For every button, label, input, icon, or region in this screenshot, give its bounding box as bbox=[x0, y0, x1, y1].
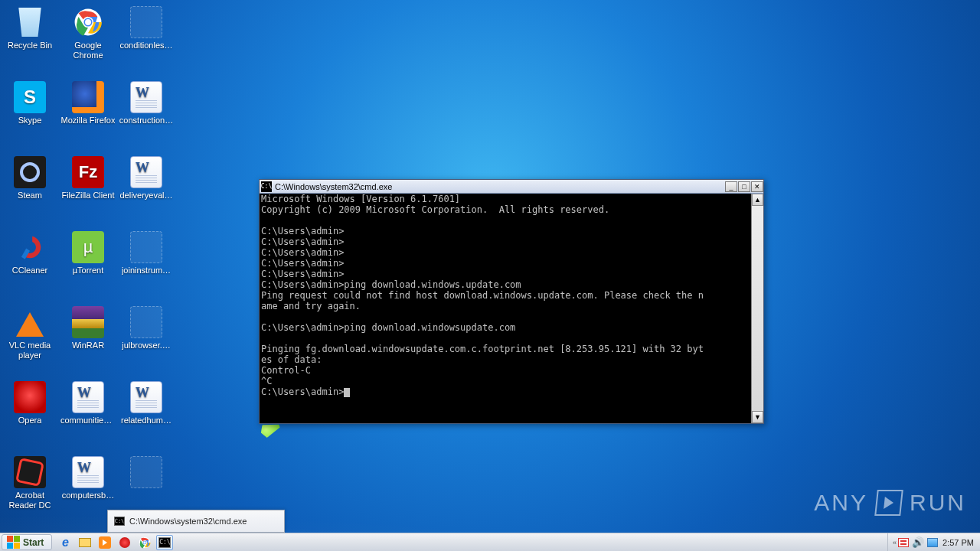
desktop-icon-blank-sc[interactable] bbox=[118, 455, 175, 492]
tray-action-center-icon[interactable] bbox=[898, 538, 909, 547]
cmd-cursor bbox=[344, 388, 350, 397]
taskbar-preview-title: C:\Windows\system32\cmd.exe bbox=[129, 517, 247, 526]
desktop-icon-acrobat[interactable]: Acrobat Reader DC bbox=[2, 455, 58, 512]
windows-logo-icon bbox=[7, 536, 20, 549]
tray-network-icon[interactable] bbox=[927, 538, 938, 547]
cmd-output[interactable]: Microsoft Windows [Version 6.1.7601] Cop… bbox=[260, 194, 751, 423]
desktop-icon-label: conditionles… bbox=[119, 41, 172, 51]
desktop-icon-label: deliveryeval… bbox=[119, 191, 172, 201]
desktop-icon-winrar[interactable]: WinRAR bbox=[60, 305, 116, 352]
tray-clock[interactable]: 2:57 PM bbox=[941, 538, 975, 547]
desktop-icon-recycle-bin[interactable]: Recycle Bin bbox=[2, 5, 58, 52]
cmd-titlebar[interactable]: C:\ C:\Windows\system32\cmd.exe _ □ ✕ bbox=[260, 180, 763, 194]
desktop-icon-label: relatedhum… bbox=[121, 416, 172, 425]
desktop-icon-label: WinRAR bbox=[72, 341, 104, 350]
minimize-button[interactable]: _ bbox=[725, 181, 737, 192]
taskbar-explorer-icon[interactable] bbox=[77, 535, 93, 550]
desktop-icon-communities[interactable]: communities… bbox=[60, 380, 116, 427]
watermark-text-b: RUN bbox=[910, 490, 966, 516]
desktop-icon-label: Acrobat Reader DC bbox=[3, 491, 57, 510]
desktop-icon-julbrowser[interactable]: julbrowser.… bbox=[118, 305, 175, 352]
desktop-icon-computersb[interactable]: computersb… bbox=[60, 455, 116, 502]
desktop-icon-label: Opera bbox=[18, 416, 42, 425]
desktop-icon-label: Google Chrome bbox=[61, 41, 115, 60]
desktop-icon-label: Steam bbox=[18, 191, 42, 201]
desktop-icon-skype[interactable]: SSkype bbox=[2, 80, 58, 127]
desktop-icon-filezilla[interactable]: FzFileZilla Client bbox=[60, 155, 116, 202]
desktop-icon-label: construction… bbox=[119, 116, 173, 126]
desktop-icon-opera[interactable]: Opera bbox=[2, 380, 58, 427]
desktop-icon-label: Mozilla Firefox bbox=[61, 116, 116, 126]
cmd-window[interactable]: C:\ C:\Windows\system32\cmd.exe _ □ ✕ Mi… bbox=[259, 179, 764, 424]
desktop-icon-label: Recycle Bin bbox=[8, 41, 52, 51]
desktop-icon-label: FileZilla Client bbox=[61, 191, 114, 201]
play-icon bbox=[874, 490, 903, 516]
desktop-icon-joininstrum[interactable]: joininstrum… bbox=[118, 230, 175, 277]
desktop-icon-label: Skype bbox=[18, 116, 42, 126]
start-button[interactable]: Start bbox=[2, 534, 52, 550]
taskbar-opera-icon[interactable] bbox=[116, 535, 133, 550]
taskbar-media-player-icon[interactable] bbox=[96, 535, 113, 550]
quick-launch: e C:\ bbox=[54, 533, 176, 551]
desktop-icon-conditionles[interactable]: conditionles… bbox=[118, 5, 175, 52]
taskbar-cmd-button[interactable]: C:\ bbox=[156, 535, 173, 550]
close-button[interactable]: ✕ bbox=[751, 181, 763, 192]
system-tray: « 🔊 2:57 PM bbox=[887, 533, 980, 551]
desktop-icon-firefox[interactable]: Mozilla Firefox bbox=[60, 80, 116, 127]
scroll-up-icon[interactable]: ▲ bbox=[752, 194, 763, 206]
taskbar[interactable]: Start e C:\ « 🔊 2:57 PM bbox=[0, 533, 980, 551]
desktop-icon-label: communities… bbox=[60, 416, 116, 425]
desktop-icon-label: VLC media player bbox=[3, 341, 57, 360]
desktop-icon-ccleaner[interactable]: CCleaner bbox=[2, 230, 58, 277]
anyrun-watermark: ANY RUN bbox=[814, 490, 966, 516]
watermark-text-a: ANY bbox=[814, 490, 868, 516]
svg-point-5 bbox=[144, 541, 146, 543]
scroll-down-icon[interactable]: ▼ bbox=[752, 411, 763, 423]
cmd-icon: C:\ bbox=[114, 517, 125, 526]
desktop-icon-deliveryeval[interactable]: deliveryeval… bbox=[118, 155, 175, 202]
tray-overflow-icon[interactable]: « bbox=[893, 539, 895, 546]
desktop-icon-label: julbrowser.… bbox=[122, 341, 171, 350]
taskbar-chrome-icon[interactable] bbox=[136, 535, 153, 550]
desktop-icon-label: computersb… bbox=[62, 491, 114, 500]
cmd-titlebar-icon: C:\ bbox=[261, 181, 272, 192]
desktop-icon-utorrent[interactable]: µµTorrent bbox=[60, 230, 116, 277]
desktop-icon-label: µTorrent bbox=[73, 266, 104, 276]
taskbar-window-preview[interactable]: C:\ C:\Windows\system32\cmd.exe bbox=[107, 510, 285, 533]
cmd-scrollbar[interactable]: ▲ ▼ bbox=[751, 194, 763, 423]
desktop-icon-label: CCleaner bbox=[12, 266, 47, 276]
maximize-button[interactable]: □ bbox=[738, 181, 750, 192]
desktop-icon-steam[interactable]: Steam bbox=[2, 155, 58, 202]
desktop-icon-construction[interactable]: construction… bbox=[118, 80, 175, 127]
taskbar-ie-icon[interactable]: e bbox=[57, 535, 74, 550]
desktop-icon-relatedhum[interactable]: relatedhum… bbox=[118, 380, 175, 427]
tray-volume-icon[interactable]: 🔊 bbox=[912, 536, 924, 548]
svg-point-2 bbox=[85, 19, 91, 25]
cmd-title-text: C:\Windows\system32\cmd.exe bbox=[275, 182, 392, 191]
start-label: Start bbox=[23, 537, 44, 548]
desktop-icon-label: joininstrum… bbox=[122, 266, 171, 276]
desktop-icon-google-chrome[interactable]: Google Chrome bbox=[60, 5, 116, 62]
desktop-icon-vlc[interactable]: VLC media player bbox=[2, 305, 58, 362]
